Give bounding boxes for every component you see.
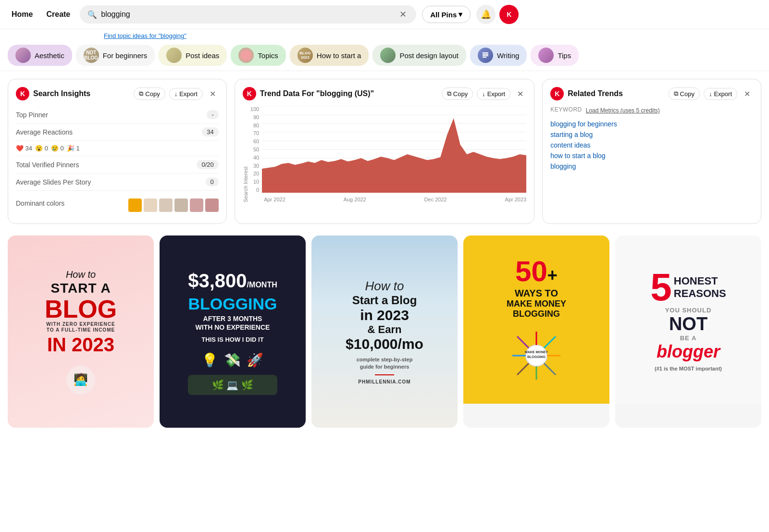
pin-card-2[interactable]: $3,800 /MONTH BLOGGING AFTER 3 MONTHS WI…	[160, 235, 306, 428]
category-pill-postideas[interactable]: Post ideas	[159, 45, 227, 66]
search-icon: 🔍	[87, 10, 97, 19]
category-pill-postdesign[interactable]: Post design layout	[372, 45, 466, 66]
panel-title-row-related: K Related Trends	[550, 87, 623, 100]
category-label: For beginners	[103, 51, 148, 60]
pin-content-1: How to START A BLOG WITH ZERO EXPERIENCE…	[45, 269, 117, 395]
svg-marker-15	[262, 118, 526, 193]
color-swatch-5	[190, 198, 203, 212]
panel-logo-trend: K	[243, 87, 256, 100]
all-pins-button[interactable]: All Pins ▾	[422, 6, 471, 23]
panel-title-row-trend: K Trend Data For "blogging (US)"	[243, 87, 374, 100]
category-label: Writing	[497, 51, 519, 60]
category-label: Topics	[258, 51, 278, 60]
avg-reactions-badge: 34	[202, 127, 218, 136]
copy-icon: ⧉	[139, 90, 143, 98]
close-button-related[interactable]: ✕	[741, 88, 753, 99]
category-pill-topics[interactable]: Topics	[231, 45, 286, 66]
emoji-row: ❤️ 34 😮 0 😢 0 🎉 1	[16, 145, 80, 152]
pin-image-4: 50 + WAYS TO MAKE MONEY BLOGGING MAKE MO…	[463, 235, 609, 404]
export-button-trend[interactable]: ↓ Export	[477, 88, 510, 100]
pin-card-1[interactable]: How to START A BLOG WITH ZERO EXPERIENCE…	[8, 235, 154, 428]
copy-icon-related: ⧉	[674, 90, 678, 98]
trend-link-4[interactable]: how to start a blog	[550, 150, 753, 161]
category-pill-howto[interactable]: BLOG2023 How to start a	[290, 45, 369, 66]
svg-line-23	[517, 336, 529, 348]
pin-image-3: How to Start a Blog in 2023 & Earn $10,0…	[311, 235, 458, 428]
pin-card-4[interactable]: 50 + WAYS TO MAKE MONEY BLOGGING MAKE MO…	[463, 235, 609, 428]
category-pill-tips[interactable]: Tips	[531, 45, 579, 66]
panel-actions-insights: ⧉ Copy ↓ Export ✕	[134, 87, 218, 100]
pin-content-2: $3,800 /MONTH BLOGGING AFTER 3 MONTHS WI…	[188, 268, 277, 395]
pin-image-1: How to START A BLOG WITH ZERO EXPERIENCE…	[8, 235, 154, 428]
panel-title-related: Related Trends	[568, 89, 623, 98]
search-insights-panel: K Search Insights ⧉ Copy ↓ Export ✕ To	[8, 79, 227, 224]
copy-button-related[interactable]: ⧉ Copy	[669, 87, 700, 100]
pin-card-5[interactable]: 5 HONEST REASONS YOU SHOULD NOT BE A blo…	[615, 235, 761, 428]
header-icons: 🔔 K	[476, 5, 519, 24]
emoji-celebrate: 🎉 1	[67, 145, 80, 152]
keyword-header: KEYWORD Load Metrics (uses 5 credits)	[550, 106, 753, 115]
main-content: K Search Insights ⧉ Copy ↓ Export ✕ To	[0, 71, 769, 435]
load-metrics-button[interactable]: Load Metrics (uses 5 credits)	[586, 107, 660, 114]
trend-data-panel: K Trend Data For "blogging (US)" ⧉ Copy …	[235, 79, 534, 224]
emoji-sad: 😢 0	[51, 145, 64, 152]
category-label: Post design layout	[399, 51, 459, 60]
notifications-button[interactable]: 🔔	[476, 5, 496, 24]
color-swatches	[128, 198, 219, 212]
panel-title-row: K Search Insights	[16, 87, 90, 100]
home-link[interactable]: Home	[8, 7, 37, 22]
create-link[interactable]: Create	[42, 7, 74, 22]
color-swatch-3	[159, 198, 173, 212]
trend-link-1[interactable]: blogging for beginners	[550, 119, 753, 129]
export-button-related[interactable]: ↓ Export	[704, 88, 737, 100]
panel-logo: K	[16, 87, 29, 100]
svg-text:BLOGGING: BLOGGING	[527, 355, 546, 359]
svg-rect-2	[483, 55, 488, 56]
x-axis: Apr 2022 Aug 2022 Dec 2022 Apr 2023	[262, 197, 526, 202]
svg-rect-3	[483, 57, 486, 58]
trend-link-3[interactable]: content ideas	[550, 140, 753, 150]
topic-hint-container: Find topic ideas for "blogging"	[0, 29, 769, 40]
copy-button-insights[interactable]: ⧉ Copy	[134, 87, 165, 100]
insight-row-emojis: ❤️ 34 😮 0 😢 0 🎉 1	[16, 141, 219, 156]
category-pill-aesthetic[interactable]: Aesthetic	[8, 45, 72, 66]
copy-icon-trend: ⧉	[447, 90, 451, 98]
panel-header-trend: K Trend Data For "blogging (US)" ⧉ Copy …	[243, 87, 526, 100]
pin-card-3[interactable]: How to Start a Blog in 2023 & Earn $10,0…	[311, 235, 458, 428]
panel-header-insights: K Search Insights ⧉ Copy ↓ Export ✕	[16, 87, 219, 100]
pin1-illustration: 🧑‍💻	[66, 366, 95, 395]
category-label: Post ideas	[186, 51, 219, 60]
export-button-insights[interactable]: ↓ Export	[169, 88, 203, 100]
panels-row: K Search Insights ⧉ Copy ↓ Export ✕ To	[8, 79, 761, 224]
pin4-diagram: MAKE MONEY BLOGGING	[508, 327, 565, 384]
category-pill-writing[interactable]: Writing	[470, 45, 527, 66]
avg-slides-badge: 0	[206, 177, 219, 186]
messages-button[interactable]: K	[499, 5, 519, 24]
chevron-down-icon: ▾	[459, 10, 462, 19]
y-axis: 100 90 80 70 60 50 40 30 20 10 0	[250, 106, 262, 193]
search-input[interactable]	[101, 10, 394, 19]
pin-image-5: 5 HONEST REASONS YOU SHOULD NOT BE A blo…	[615, 235, 761, 404]
trend-link-2[interactable]: starting a blog	[550, 129, 753, 140]
pin2-illustrations: 💡 💸 🚀	[188, 352, 277, 369]
top-pinner-badge: -	[207, 110, 218, 119]
copy-button-trend[interactable]: ⧉ Copy	[442, 87, 473, 100]
clear-search-button[interactable]: ✕	[397, 9, 409, 20]
svg-line-25	[517, 363, 529, 375]
color-swatch-2	[144, 198, 157, 212]
related-trends-panel: K Related Trends ⧉ Copy ↓ Export ✕ KEY	[542, 79, 761, 224]
category-pill-beginners[interactable]: NOTBLOG For beginners	[76, 45, 155, 66]
svg-rect-1	[483, 54, 488, 55]
svg-line-24	[544, 336, 556, 348]
close-button-trend[interactable]: ✕	[514, 88, 526, 99]
insight-row-totalpinners: Total Verified Pinners 0/20	[16, 156, 219, 173]
insight-row-colors: Dominant colors	[16, 191, 219, 216]
close-button-insights[interactable]: ✕	[207, 88, 219, 99]
header: Home Create 🔍 ✕ All Pins ▾ 🔔 K	[0, 0, 769, 29]
pin3-divider	[375, 374, 394, 375]
panel-logo-related: K	[550, 87, 564, 100]
trend-link-5[interactable]: blogging	[550, 161, 753, 172]
panel-title-trend: Trend Data For "blogging (US)"	[260, 89, 374, 98]
topic-hint-link[interactable]: Find topic ideas for "blogging"	[8, 30, 194, 39]
category-label: Aesthetic	[35, 51, 64, 60]
